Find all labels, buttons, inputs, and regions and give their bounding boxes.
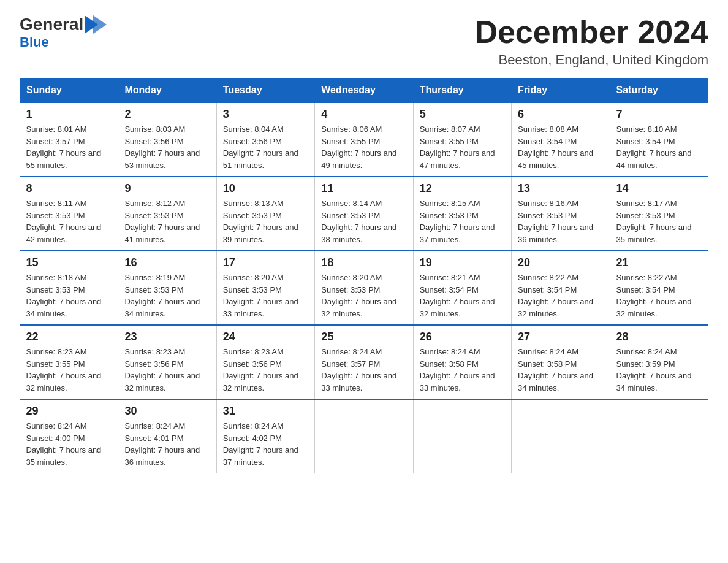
calendar-cell: 22 Sunrise: 8:23 AMSunset: 3:55 PMDaylig…: [20, 325, 118, 399]
day-number: 25: [321, 331, 406, 343]
weekday-header-thursday: Thursday: [413, 79, 511, 103]
calendar-cell: 15 Sunrise: 8:18 AMSunset: 3:53 PMDaylig…: [20, 251, 118, 325]
day-info: Sunrise: 8:20 AMSunset: 3:53 PMDaylight:…: [321, 273, 396, 318]
calendar-cell: 23 Sunrise: 8:23 AMSunset: 3:56 PMDaylig…: [118, 325, 216, 399]
calendar-cell: 3 Sunrise: 8:04 AMSunset: 3:56 PMDayligh…: [216, 102, 314, 177]
day-info: Sunrise: 8:24 AMSunset: 3:59 PMDaylight:…: [616, 347, 692, 393]
calendar-cell: [413, 399, 511, 473]
calendar-cell: 12 Sunrise: 8:15 AMSunset: 3:53 PMDaylig…: [413, 177, 511, 251]
day-number: 6: [518, 108, 603, 121]
day-info: Sunrise: 8:19 AMSunset: 3:53 PMDaylight:…: [124, 273, 200, 318]
calendar-cell: 28 Sunrise: 8:24 AMSunset: 3:59 PMDaylig…: [610, 325, 708, 399]
day-info: Sunrise: 8:14 AMSunset: 3:53 PMDaylight:…: [321, 199, 396, 244]
weekday-header-saturday: Saturday: [610, 79, 708, 103]
day-info: Sunrise: 8:12 AMSunset: 3:53 PMDaylight:…: [124, 199, 200, 244]
day-info: Sunrise: 8:08 AMSunset: 3:54 PMDaylight:…: [518, 124, 593, 170]
day-info: Sunrise: 8:06 AMSunset: 3:55 PMDaylight:…: [321, 124, 396, 170]
day-number: 3: [223, 108, 308, 121]
day-info: Sunrise: 8:01 AMSunset: 3:57 PMDaylight:…: [26, 124, 102, 170]
day-info: Sunrise: 8:13 AMSunset: 3:53 PMDaylight:…: [223, 199, 298, 244]
calendar-cell: 13 Sunrise: 8:16 AMSunset: 3:53 PMDaylig…: [512, 177, 610, 251]
calendar-cell: 10 Sunrise: 8:13 AMSunset: 3:53 PMDaylig…: [216, 177, 314, 251]
day-number: 4: [321, 108, 406, 121]
day-number: 14: [616, 182, 702, 195]
day-number: 21: [616, 256, 702, 269]
weekday-header-friday: Friday: [512, 79, 610, 103]
week-row-3: 15 Sunrise: 8:18 AMSunset: 3:53 PMDaylig…: [20, 251, 708, 325]
calendar-cell: [512, 399, 610, 473]
day-number: 30: [124, 405, 210, 418]
day-info: Sunrise: 8:21 AMSunset: 3:54 PMDaylight:…: [420, 273, 495, 318]
calendar-cell: 6 Sunrise: 8:08 AMSunset: 3:54 PMDayligh…: [512, 102, 610, 177]
calendar-cell: 20 Sunrise: 8:22 AMSunset: 3:54 PMDaylig…: [512, 251, 610, 325]
day-info: Sunrise: 8:23 AMSunset: 3:55 PMDaylight:…: [26, 347, 102, 393]
day-number: 26: [420, 331, 505, 343]
day-number: 27: [518, 331, 603, 343]
day-number: 16: [124, 256, 210, 269]
title-block: December 2024 Beeston, England, United K…: [474, 15, 708, 68]
day-number: 20: [518, 256, 603, 269]
logo-arrow-icon: [85, 15, 107, 34]
day-info: Sunrise: 8:11 AMSunset: 3:53 PMDaylight:…: [26, 199, 102, 244]
weekday-header-row: SundayMondayTuesdayWednesdayThursdayFrid…: [20, 79, 708, 103]
day-info: Sunrise: 8:24 AMSunset: 3:57 PMDaylight:…: [321, 347, 396, 393]
calendar-cell: 25 Sunrise: 8:24 AMSunset: 3:57 PMDaylig…: [315, 325, 413, 399]
calendar-cell: 7 Sunrise: 8:10 AMSunset: 3:54 PMDayligh…: [610, 102, 708, 177]
day-info: Sunrise: 8:23 AMSunset: 3:56 PMDaylight:…: [223, 347, 298, 393]
day-number: 23: [124, 331, 210, 343]
calendar-cell: 18 Sunrise: 8:20 AMSunset: 3:53 PMDaylig…: [315, 251, 413, 325]
day-number: 18: [321, 256, 406, 269]
day-info: Sunrise: 8:22 AMSunset: 3:54 PMDaylight:…: [518, 273, 593, 318]
week-row-4: 22 Sunrise: 8:23 AMSunset: 3:55 PMDaylig…: [20, 325, 708, 399]
day-number: 7: [616, 108, 702, 121]
day-number: 2: [124, 108, 210, 121]
day-info: Sunrise: 8:23 AMSunset: 3:56 PMDaylight:…: [124, 347, 200, 393]
day-number: 31: [223, 405, 308, 418]
calendar-cell: 14 Sunrise: 8:17 AMSunset: 3:53 PMDaylig…: [610, 177, 708, 251]
calendar-cell: 21 Sunrise: 8:22 AMSunset: 3:54 PMDaylig…: [610, 251, 708, 325]
day-number: 29: [26, 405, 112, 418]
calendar-cell: 8 Sunrise: 8:11 AMSunset: 3:53 PMDayligh…: [20, 177, 118, 251]
calendar-cell: 4 Sunrise: 8:06 AMSunset: 3:55 PMDayligh…: [315, 102, 413, 177]
calendar-cell: 11 Sunrise: 8:14 AMSunset: 3:53 PMDaylig…: [315, 177, 413, 251]
calendar-cell: [315, 399, 413, 473]
weekday-header-monday: Monday: [118, 79, 216, 103]
logo-general-text: General: [20, 15, 83, 34]
calendar-cell: 31 Sunrise: 8:24 AMSunset: 4:02 PMDaylig…: [216, 399, 314, 473]
day-info: Sunrise: 8:07 AMSunset: 3:55 PMDaylight:…: [420, 124, 495, 170]
weekday-header-wednesday: Wednesday: [315, 79, 413, 103]
calendar-cell: 16 Sunrise: 8:19 AMSunset: 3:53 PMDaylig…: [118, 251, 216, 325]
day-number: 24: [223, 331, 308, 343]
logo-blue-text: Blue: [20, 34, 49, 50]
logo: General Blue: [20, 15, 107, 50]
day-number: 11: [321, 182, 406, 195]
day-number: 13: [518, 182, 603, 195]
day-number: 28: [616, 331, 702, 343]
day-number: 12: [420, 182, 505, 195]
week-row-5: 29 Sunrise: 8:24 AMSunset: 4:00 PMDaylig…: [20, 399, 708, 473]
page-header: General Blue December 2024 Beeston, Engl…: [20, 15, 708, 68]
day-number: 1: [26, 108, 112, 121]
day-info: Sunrise: 8:24 AMSunset: 4:02 PMDaylight:…: [223, 421, 298, 467]
day-number: 19: [420, 256, 505, 269]
day-number: 15: [26, 256, 112, 269]
day-info: Sunrise: 8:04 AMSunset: 3:56 PMDaylight:…: [223, 124, 298, 170]
calendar-cell: 5 Sunrise: 8:07 AMSunset: 3:55 PMDayligh…: [413, 102, 511, 177]
day-info: Sunrise: 8:24 AMSunset: 4:00 PMDaylight:…: [26, 421, 102, 467]
calendar-cell: 2 Sunrise: 8:03 AMSunset: 3:56 PMDayligh…: [118, 102, 216, 177]
month-title: December 2024: [474, 15, 708, 50]
weekday-header-sunday: Sunday: [20, 79, 118, 103]
week-row-2: 8 Sunrise: 8:11 AMSunset: 3:53 PMDayligh…: [20, 177, 708, 251]
day-number: 22: [26, 331, 112, 343]
day-number: 5: [420, 108, 505, 121]
calendar-cell: 19 Sunrise: 8:21 AMSunset: 3:54 PMDaylig…: [413, 251, 511, 325]
day-info: Sunrise: 8:22 AMSunset: 3:54 PMDaylight:…: [616, 273, 692, 318]
day-number: 17: [223, 256, 308, 269]
day-info: Sunrise: 8:20 AMSunset: 3:53 PMDaylight:…: [223, 273, 298, 318]
day-info: Sunrise: 8:24 AMSunset: 4:01 PMDaylight:…: [124, 421, 200, 467]
day-info: Sunrise: 8:24 AMSunset: 3:58 PMDaylight:…: [518, 347, 593, 393]
calendar-cell: 24 Sunrise: 8:23 AMSunset: 3:56 PMDaylig…: [216, 325, 314, 399]
calendar-cell: 1 Sunrise: 8:01 AMSunset: 3:57 PMDayligh…: [20, 102, 118, 177]
calendar-table: SundayMondayTuesdayWednesdayThursdayFrid…: [20, 78, 708, 473]
calendar-cell: 29 Sunrise: 8:24 AMSunset: 4:00 PMDaylig…: [20, 399, 118, 473]
